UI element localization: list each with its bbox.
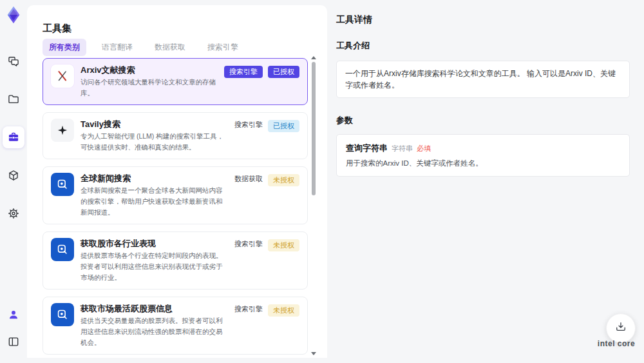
tool-card[interactable]: 获取市场最活跃股票信息 提供当天交易量最高的股票列表。投资者可以利用这些信息来识… (43, 297, 308, 355)
tool-tags: 搜索引擎 已授权 (224, 64, 299, 99)
collapse-sidebar-button panel-toggle-icon[interactable] (3, 331, 24, 353)
tool-name: 获取市场最活跃股票信息 (80, 303, 228, 315)
tool-tags: 数据获取 未授权 (234, 173, 299, 218)
scroll-down-arrow-icon[interactable] (311, 352, 316, 355)
tool-name: 获取股市各行业表现 (80, 238, 228, 250)
tools-panel-title: 工具集 (43, 23, 71, 35)
tool-auth-badge: 已授权 (268, 120, 299, 132)
tools-panel: 工具集 所有类别语言翻译数据获取搜索引擎 Arxiv文献搜索 访问各个研究领域大… (27, 5, 327, 358)
tool-category-tag: 搜索引擎 (234, 239, 263, 249)
tool-card[interactable]: 全球新闻搜索 全球新闻搜索是一个聚合全球各大新闻网站内容的搜索引擎，帮助用户快速… (43, 166, 308, 224)
tool-description: 全球新闻搜索是一个聚合全球各大新闻网站内容的搜索引擎，帮助用户快速获取全球最新资… (80, 185, 228, 218)
tool-description: 专为人工智能代理 (LLM) 构建的搜索引擎工具，可快速提供实时、准确和真实的结… (80, 131, 228, 153)
tool-details-panel: 工具详情 工具介绍 一个用于从Arxiv存储库搜索科学论文和文章的工具。 输入可… (327, 5, 644, 358)
params-heading: 参数 (336, 115, 630, 126)
tool-icon blue-app-icon (51, 303, 74, 326)
tool-tags: 搜索引擎 已授权 (234, 119, 299, 153)
sidebar-item package-icon[interactable] (3, 164, 24, 186)
tool-intro-heading: 工具介绍 (336, 40, 630, 52)
param-description: 用于搜索的Arxiv ID、关键字或作者姓名。 (346, 159, 620, 168)
tool-card[interactable]: Tavily搜索 专为人工智能代理 (LLM) 构建的搜索引擎工具，可快速提供实… (43, 112, 308, 159)
tool-auth-badge: 未授权 (268, 304, 299, 317)
tool-icon blue-app-icon (51, 238, 74, 261)
tool-icon blue-app-icon (51, 173, 74, 196)
category-tab[interactable]: 搜索引擎 (201, 39, 245, 56)
param-item: 查询字符串 字符串 必填 用于搜索的Arxiv ID、关键字或作者姓名。 (336, 134, 630, 177)
sidebar-item chat-icon[interactable] (3, 50, 24, 72)
app-logo gem-logo-icon (4, 5, 23, 25)
tool-icon sparkle-icon (51, 119, 74, 142)
sidebar-item folder-icon[interactable] (3, 88, 24, 110)
tool-category-tag: 搜索引擎 (234, 304, 263, 314)
intel-core-logo: intel core (594, 339, 639, 348)
tool-card[interactable]: 获取股市各行业表现 提供股票市场各个行业在特定时间段内的表现。投资者可以利用这些… (43, 231, 308, 289)
tool-auth-badge: 未授权 (268, 239, 299, 251)
tool-name: Arxiv文献搜索 (80, 64, 218, 76)
nav-rail (0, 0, 27, 363)
param-type: 字符串 (392, 144, 413, 153)
sidebar-item toolbox-icon[interactable] (3, 126, 24, 148)
tool-description: 访问各个研究领域大量科学论文和文章的存储库。 (80, 77, 218, 99)
tool-category-tag: 数据获取 (234, 174, 263, 184)
tool-auth-badge: 未授权 (268, 174, 299, 186)
category-tab[interactable]: 数据获取 (148, 39, 192, 56)
tool-tags: 搜索引擎 未授权 (234, 303, 299, 348)
tool-card-list: Arxiv文献搜索 访问各个研究领域大量科学论文和文章的存储库。 搜索引擎 已授… (43, 58, 308, 358)
param-name: 查询字符串 (346, 142, 388, 154)
download-icon (614, 320, 627, 336)
tool-category-tag: 搜索引擎 (234, 120, 263, 130)
tool-card[interactable]: Arxiv文献搜索 访问各个研究领域大量科学论文和文章的存储库。 搜索引擎 已授… (43, 58, 308, 105)
sidebar-item settings-icon[interactable] (3, 202, 24, 224)
tool-icon arxiv-icon (51, 64, 74, 88)
param-required-badge: 必填 (417, 144, 431, 153)
user-avatar-button user-icon[interactable] (3, 304, 24, 326)
scroll-up-arrow-icon[interactable] (311, 56, 316, 59)
tool-description: 提供股票市场各个行业在特定时间段内的表现。投资者可以利用这些信息来识别表现优于或… (80, 250, 228, 283)
tool-category-tag: 搜索引擎 (224, 66, 263, 78)
tool-name: 全球新闻搜索 (80, 173, 228, 184)
tool-details-title: 工具详情 (336, 14, 630, 26)
category-tabs: 所有类别语言翻译数据获取搜索引擎 (43, 39, 245, 56)
tool-name: Tavily搜索 (80, 119, 228, 130)
tool-auth-badge: 已授权 (268, 66, 299, 78)
tool-description: 提供当天交易量最高的股票列表。投资者可以利用这些信息来识别流动性强的股票和潜在的… (80, 315, 228, 348)
tools-list-scrollbar[interactable] (312, 62, 316, 195)
tool-tags: 搜索引擎 未授权 (234, 238, 299, 283)
category-tab[interactable]: 所有类别 (43, 39, 86, 56)
brand-text: intel core (598, 339, 635, 348)
tool-intro-text: 一个用于从Arxiv存储库搜索科学论文和文章的工具。 输入可以是Arxiv ID… (336, 61, 630, 98)
category-tab[interactable]: 语言翻译 (95, 39, 139, 56)
